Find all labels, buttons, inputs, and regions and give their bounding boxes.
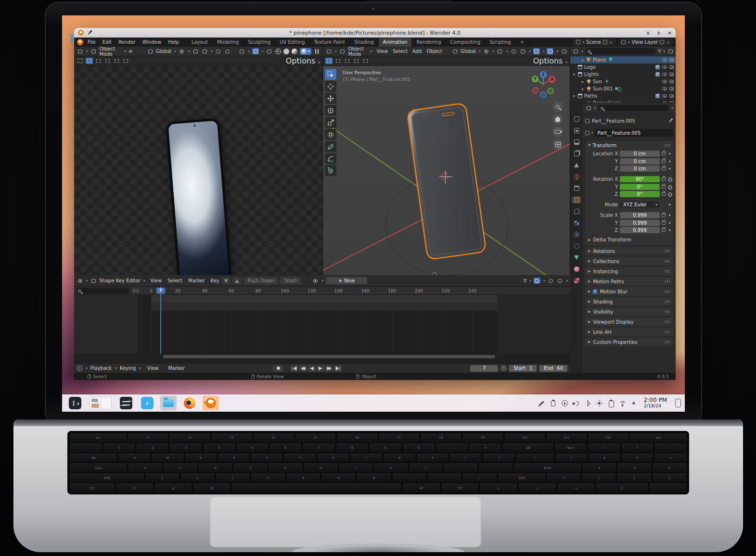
tab-scene[interactable] — [572, 162, 581, 169]
outliner-row[interactable]: Logo — [570, 63, 676, 71]
snap-icon[interactable] — [534, 278, 540, 284]
pan-hand-icon[interactable] — [552, 114, 563, 125]
tray-icon[interactable] — [561, 400, 568, 407]
collapse-icon[interactable]: ▶ — [588, 290, 590, 293]
lock-icon[interactable] — [662, 228, 666, 232]
new-scene-icon[interactable] — [603, 40, 607, 44]
hamburger-icon[interactable]: ≡ — [128, 49, 133, 54]
tab-material[interactable] — [572, 265, 581, 273]
options-button-left[interactable]: Options ▾ — [286, 56, 320, 65]
annotate-tool[interactable] — [325, 141, 336, 152]
render-visibility-icon[interactable] — [669, 73, 674, 76]
mode-dropdown[interactable]: Object Mode — [348, 46, 368, 57]
keyframe-icon[interactable] — [667, 228, 671, 232]
stash-button[interactable]: Stash — [280, 277, 301, 284]
rotate-tool[interactable] — [325, 105, 336, 116]
expand-icon[interactable]: ▶ — [581, 58, 585, 62]
render-visibility-icon[interactable] — [669, 94, 674, 98]
tab-world[interactable] — [572, 173, 581, 180]
cursor-tool[interactable] — [325, 81, 336, 92]
mode-dropdown[interactable]: Object Mode — [100, 46, 122, 57]
frame-end[interactable]: End60 — [539, 365, 567, 372]
property-section[interactable]: ▶ Motion Blur — [585, 287, 673, 296]
next-keyframe-button[interactable] — [325, 365, 333, 372]
menu-item[interactable]: Render — [115, 38, 139, 46]
view-layer-selector[interactable]: ▾ View Layer × — [618, 38, 673, 46]
close-button[interactable]: × — [667, 30, 672, 36]
select-box-mode-icon[interactable] — [325, 58, 333, 64]
proportional-editing-icon[interactable] — [547, 278, 554, 284]
section-checkbox[interactable] — [593, 290, 597, 294]
new-collection-icon[interactable] — [667, 48, 674, 54]
viewport-menu-item[interactable]: Object — [426, 48, 442, 55]
app-launcher-button[interactable]: ⋮› — [67, 396, 83, 410]
tray-icon[interactable] — [607, 400, 615, 407]
hide-eye-icon[interactable] — [662, 65, 667, 69]
playbar-view-menu[interactable]: View — [144, 365, 162, 372]
collapse-icon[interactable]: ▶ — [588, 249, 590, 253]
menu-item[interactable]: Edit — [99, 38, 115, 46]
tray-icon[interactable] — [584, 400, 591, 407]
workspace-tab[interactable]: UV Editing — [275, 38, 309, 47]
collapse-icon[interactable]: ▶ — [588, 279, 590, 283]
keying-dropdown[interactable]: Keying — [120, 366, 136, 371]
unlink-scene-icon[interactable]: × — [609, 40, 613, 45]
hide-eye-icon[interactable] — [662, 58, 667, 62]
tray-icon[interactable] — [596, 400, 603, 407]
timeline-ruler[interactable]: 020406080100120140160180200220240 — [74, 287, 570, 295]
dopesheet-menu-item[interactable]: Marker — [188, 277, 205, 284]
jump-end-button[interactable] — [333, 365, 342, 372]
viewport-menu-item[interactable]: Select — [393, 48, 408, 55]
record-button[interactable] — [273, 365, 283, 372]
transform-tool[interactable] — [325, 129, 336, 140]
keyframe-icon[interactable] — [667, 177, 671, 181]
scale-tool[interactable] — [325, 117, 336, 128]
pin-icon[interactable] — [88, 30, 92, 35]
select-tweak-mode-icon[interactable] — [334, 58, 342, 64]
show-gizmo-icon[interactable] — [239, 48, 245, 54]
keyframe-icon[interactable] — [667, 185, 671, 189]
workspace-tab[interactable]: Scripting — [485, 38, 515, 47]
orientation-dropdown[interactable]: Global — [156, 49, 171, 54]
select-lasso-mode-icon[interactable] — [113, 58, 120, 64]
hide-eye-icon[interactable] — [662, 94, 667, 98]
viewport-menu-item[interactable]: Add — [412, 48, 422, 55]
blender-app-icon[interactable] — [77, 39, 83, 45]
property-section[interactable]: ▶ Relations — [585, 247, 673, 255]
lock-icon[interactable] — [662, 167, 666, 170]
transform-title[interactable]: Transform — [592, 143, 616, 148]
outliner-row[interactable]: ▶ Sun.001 — [570, 85, 676, 92]
keying-set-icon[interactable] — [312, 278, 319, 284]
workspace-tab[interactable]: Modeling — [213, 38, 244, 47]
render-visibility-icon[interactable] — [669, 58, 674, 62]
tab-object[interactable] — [572, 196, 581, 203]
object-name-field[interactable]: Part__Feature.005 — [595, 129, 673, 137]
minimize-button[interactable]: ∨ — [646, 30, 650, 36]
show-desktop-button[interactable] — [675, 399, 681, 407]
select-lasso-mode-icon[interactable] — [353, 58, 360, 64]
keyframe-icon[interactable] — [667, 159, 671, 163]
keyframe-icon[interactable] — [667, 167, 671, 171]
keyframe-icon[interactable] — [667, 192, 671, 196]
orientation-dropdown[interactable]: Global — [461, 49, 476, 54]
summary-channel-row[interactable] — [151, 295, 498, 303]
show-overlays-icon[interactable] — [547, 48, 553, 54]
transform-value-field[interactable]: 0°▾ — [620, 191, 660, 197]
tray-icon[interactable] — [573, 400, 580, 407]
toggle-ortho-icon[interactable] — [552, 139, 563, 150]
pause-render-icon[interactable] — [315, 49, 319, 54]
shading-material-icon[interactable] — [292, 49, 297, 54]
property-section[interactable]: ▶ Collections — [585, 257, 673, 265]
channel-list[interactable] — [74, 295, 139, 354]
use-preview-range-icon[interactable] — [501, 366, 506, 371]
tab-collection[interactable] — [572, 185, 581, 192]
jump-start-button[interactable] — [290, 365, 298, 372]
delta-transform-section[interactable]: ▶Delta Transform — [585, 234, 673, 242]
tab-object-data[interactable] — [572, 254, 581, 261]
render-visibility-icon[interactable] — [669, 80, 674, 83]
new-view-layer-icon[interactable] — [660, 40, 664, 44]
channel-search-input[interactable] — [76, 288, 129, 294]
move-down-button[interactable]: ▼ — [222, 277, 231, 284]
measure-tool[interactable] — [325, 153, 336, 164]
render-visibility-icon[interactable] — [669, 65, 674, 69]
